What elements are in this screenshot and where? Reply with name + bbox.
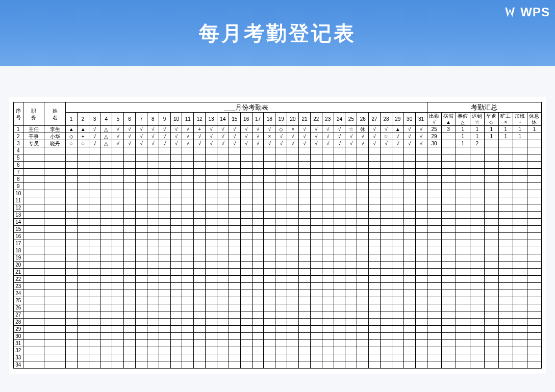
cell-seq: 20: [14, 262, 23, 269]
cell-summary: 1: [513, 133, 527, 140]
wps-logo: WPS: [504, 5, 550, 19]
cell-day: [345, 219, 357, 226]
cell-summary: [427, 169, 441, 176]
cell-day: [287, 147, 299, 154]
cell-day: [287, 176, 299, 183]
cell-day: [357, 154, 369, 162]
cell-day: [112, 304, 124, 311]
cell-day: [322, 176, 334, 183]
cell-day: [334, 354, 345, 361]
cell-day: [369, 290, 381, 297]
cell-day: √: [264, 140, 275, 147]
cell-summary: [427, 162, 441, 169]
cell-summary: 30: [427, 140, 441, 147]
cell-day: [334, 212, 345, 219]
cell-day: [322, 354, 334, 361]
cell-day: [299, 212, 311, 219]
cell-name: 晓丹: [44, 140, 66, 147]
cell-day: [100, 176, 112, 183]
cell-day: [182, 190, 194, 197]
cell-name: [44, 154, 66, 162]
cell-summary: [484, 176, 498, 183]
cell-summary: [427, 319, 441, 326]
cell-day: [299, 219, 311, 226]
cell-day: √: [229, 126, 240, 133]
cell-day: [194, 311, 206, 319]
cell-day: [170, 304, 182, 311]
cell-summary: [527, 311, 541, 319]
cell-summary: [513, 226, 527, 233]
cell-day: [217, 233, 229, 240]
cell-summary: [513, 147, 527, 154]
cell-summary: [498, 347, 513, 354]
cell-day: [89, 254, 100, 262]
cell-day: [229, 361, 240, 369]
header-role: 职务: [23, 102, 44, 126]
cell-day: [299, 190, 311, 197]
cell-day: [182, 247, 194, 254]
cell-day: [240, 283, 252, 290]
cell-day: [89, 190, 100, 197]
header-day-21: 21: [299, 113, 311, 126]
cell-day: [124, 304, 136, 311]
cell-day: [369, 283, 381, 290]
cell-name: [44, 347, 66, 354]
cell-seq: 4: [14, 147, 23, 154]
cell-day: [287, 162, 299, 169]
cell-day: [100, 147, 112, 154]
cell-summary: [484, 240, 498, 247]
cell-day: √: [403, 133, 415, 140]
cell-day: [392, 212, 403, 219]
cell-day: [65, 240, 77, 247]
cell-day: [182, 311, 194, 319]
cell-summary: [527, 176, 541, 183]
cell-day: [229, 226, 240, 233]
cell-day: [287, 154, 299, 162]
cell-day: [322, 269, 334, 276]
cell-day: [159, 340, 170, 347]
cell-seq: 33: [14, 354, 23, 361]
cell-day: √: [182, 126, 194, 133]
cell-summary: [441, 347, 456, 354]
cell-day: [240, 233, 252, 240]
cell-day: √: [89, 133, 100, 140]
cell-day: [194, 254, 206, 262]
cell-summary: [513, 154, 527, 162]
cell-day: [275, 176, 287, 183]
cell-summary: [427, 276, 441, 283]
cell-day: [240, 276, 252, 283]
cell-day: [124, 183, 136, 190]
table-row: 33: [14, 354, 542, 361]
cell-day: [147, 290, 159, 297]
cell-day: [170, 240, 182, 247]
header-day-17: 17: [252, 113, 264, 126]
cell-day: [206, 269, 217, 276]
cell-summary: [484, 140, 498, 147]
cell-day: [357, 276, 369, 283]
cell-day: [147, 204, 159, 212]
cell-day: [275, 154, 287, 162]
cell-day: √: [392, 140, 403, 147]
cell-day: [264, 283, 275, 290]
cell-day: [159, 319, 170, 326]
cell-day: [415, 240, 427, 247]
cell-day: [392, 340, 403, 347]
cell-day: [112, 276, 124, 283]
cell-day: [65, 190, 77, 197]
header-day-26: 26: [357, 113, 369, 126]
cell-day: [229, 197, 240, 204]
cell-day: [170, 319, 182, 326]
cell-day: [240, 226, 252, 233]
cell-day: [322, 297, 334, 304]
cell-day: [381, 311, 392, 319]
cell-day: [240, 240, 252, 247]
cell-day: [345, 176, 357, 183]
cell-day: [89, 169, 100, 176]
cell-summary: [441, 176, 456, 183]
cell-day: [206, 333, 217, 340]
cell-day: [182, 212, 194, 219]
header-day-12: 12: [194, 113, 206, 126]
cell-day: [77, 254, 89, 262]
cell-day: [403, 219, 415, 226]
cell-day: [252, 176, 264, 183]
